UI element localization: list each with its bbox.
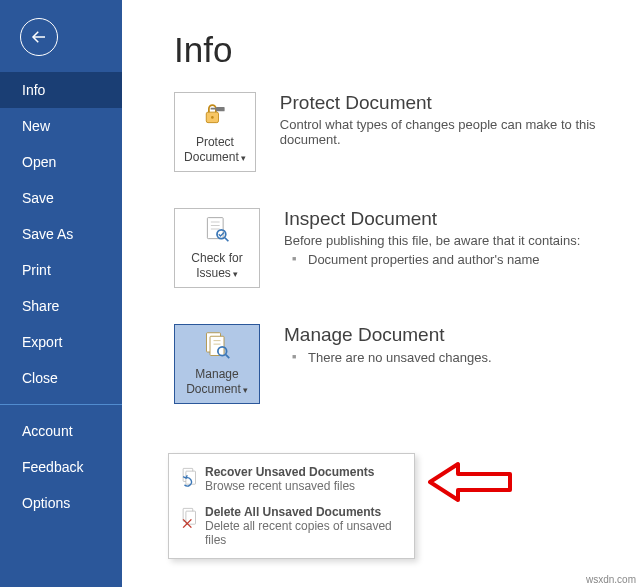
check-for-issues-icon (203, 215, 231, 247)
sidebar-item-export[interactable]: Export (0, 324, 122, 360)
page-title: Info (174, 30, 640, 70)
delete-unsaved-documents-item[interactable]: Delete All Unsaved Documents Delete all … (169, 499, 414, 553)
sidebar-item-new[interactable]: New (0, 108, 122, 144)
svg-rect-11 (210, 336, 224, 355)
svg-line-15 (226, 355, 230, 359)
back-button[interactable] (20, 18, 58, 56)
protect-section: Protect Document▾ Protect Document Contr… (174, 92, 640, 172)
sidebar-item-close[interactable]: Close (0, 360, 122, 396)
sidebar-item-feedback[interactable]: Feedback (0, 449, 122, 485)
tile-label: Manage (195, 367, 238, 381)
section-heading: Protect Document (280, 92, 640, 114)
delete-documents-icon (179, 507, 205, 533)
sidebar-item-save[interactable]: Save (0, 180, 122, 216)
tile-label: Document (186, 382, 241, 396)
inspect-bullet: Document properties and author's name (284, 252, 580, 267)
watermark: wsxdn.com (586, 574, 636, 585)
section-body: Before publishing this file, be aware th… (284, 233, 580, 248)
section-body: Control what types of changes people can… (280, 117, 640, 147)
sidebar-item-info[interactable]: Info (0, 72, 122, 108)
dropdown-item-subtitle: Browse recent unsaved files (205, 479, 374, 493)
tile-label: Check for (191, 251, 242, 265)
sidebar-separator (0, 404, 122, 405)
dropdown-item-title: Delete All Unsaved Documents (205, 505, 404, 519)
sidebar-item-print[interactable]: Print (0, 252, 122, 288)
svg-rect-3 (216, 107, 225, 111)
manage-description: Manage Document There are no unsaved cha… (284, 324, 492, 365)
backstage-sidebar: Info New Open Save Save As Print Share E… (0, 0, 122, 587)
manage-document-icon (203, 331, 231, 363)
dropdown-caret-icon: ▾ (233, 269, 238, 279)
tile-label: Issues (196, 266, 231, 280)
section-heading: Inspect Document (284, 208, 580, 230)
recover-documents-icon (179, 467, 205, 493)
inspect-section: Check for Issues▾ Inspect Document Befor… (174, 208, 640, 288)
dropdown-caret-icon: ▾ (241, 153, 246, 163)
manage-document-button[interactable]: Manage Document▾ (174, 324, 260, 404)
back-arrow-icon (30, 28, 48, 46)
protect-document-button[interactable]: Protect Document▾ (174, 92, 256, 172)
check-for-issues-button[interactable]: Check for Issues▾ (174, 208, 260, 288)
svg-point-2 (211, 116, 214, 119)
svg-rect-19 (186, 511, 196, 524)
svg-line-9 (225, 238, 229, 242)
manage-section: Manage Document▾ Manage Document There a… (174, 324, 640, 404)
sidebar-item-save-as[interactable]: Save As (0, 216, 122, 252)
dropdown-caret-icon: ▾ (243, 385, 248, 395)
recover-unsaved-documents-item[interactable]: Recover Unsaved Documents Browse recent … (169, 459, 414, 499)
protect-document-icon (201, 99, 229, 131)
dropdown-item-title: Recover Unsaved Documents (205, 465, 374, 479)
protect-description: Protect Document Control what types of c… (280, 92, 640, 147)
dropdown-item-subtitle: Delete all recent copies of unsaved file… (205, 519, 404, 547)
tile-label: Protect (196, 135, 234, 149)
sidebar-item-open[interactable]: Open (0, 144, 122, 180)
manage-bullet: There are no unsaved changes. (284, 350, 492, 365)
sidebar-item-share[interactable]: Share (0, 288, 122, 324)
section-heading: Manage Document (284, 324, 492, 346)
manage-document-dropdown: Recover Unsaved Documents Browse recent … (168, 453, 415, 559)
tile-label: Document (184, 150, 239, 164)
sidebar-item-options[interactable]: Options (0, 485, 122, 521)
inspect-description: Inspect Document Before publishing this … (284, 208, 580, 267)
sidebar-item-account[interactable]: Account (0, 413, 122, 449)
